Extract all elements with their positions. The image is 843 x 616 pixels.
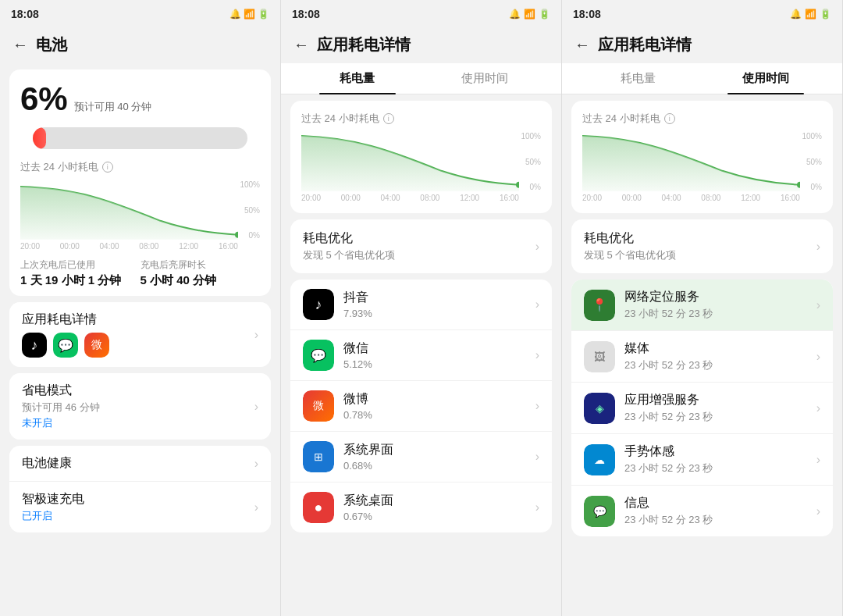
app-icon-launcher-2: ● xyxy=(303,492,334,523)
fast-charge-item[interactable]: 智极速充电 已开启 › xyxy=(9,481,271,532)
app-icon-location: 📍 xyxy=(584,290,615,321)
panel-battery: 18:08 🔔 📶 🔋 ← 电池 6% 预计可用 40 分钟 过去 24 小 xyxy=(0,0,281,616)
battery-bar xyxy=(33,127,247,149)
panel-app-power: 18:08 🔔 📶 🔋 ← 应用耗电详情 耗电量 使用时间 过去 24 小时耗电… xyxy=(281,0,562,616)
chart-x-labels-1: 20:00 00:00 04:00 08:00 12:00 16:00 xyxy=(20,242,238,251)
app-item-location[interactable]: 📍 网络定位服务 23 小时 52 分 23 秒 › xyxy=(571,280,833,330)
chevron-media: › xyxy=(816,350,820,364)
notification-icons-1: 🔔 📶 🔋 xyxy=(229,9,269,20)
app-item-message[interactable]: 💬 信息 23 小时 52 分 23 秒 › xyxy=(571,485,833,536)
info-icon-1[interactable]: i xyxy=(102,162,113,173)
status-time-1: 18:08 xyxy=(11,8,39,20)
battery-health-card: 电池健康 › 智极速充电 已开启 › xyxy=(9,446,271,532)
stat-screen-time: 充电后亮屏时长 5 小时 40 分钟 xyxy=(140,258,261,288)
app-name-sysui: 系统界面 xyxy=(343,442,535,458)
battery-stats: 上次充电后已使用 1 天 19 小时 1 分钟 充电后亮屏时长 5 小时 40 … xyxy=(20,258,260,288)
battery-health-item[interactable]: 电池健康 › xyxy=(9,446,271,481)
app-icons-preview: ♪ 💬 微 xyxy=(22,333,254,358)
chevron-launcher: › xyxy=(535,500,539,515)
power-save-title: 省电模式 xyxy=(22,383,254,399)
app-icon-weibo: 微 xyxy=(84,333,109,358)
chart-svg-1 xyxy=(20,180,238,240)
app-value-sysui: 0.68% xyxy=(343,460,535,472)
app-value-media: 23 小时 52 分 23 秒 xyxy=(624,358,816,372)
app-item-gesture[interactable]: ☁ 手势体感 23 小时 52 分 23 秒 › xyxy=(571,433,833,485)
app-name-enhance: 应用增强服务 xyxy=(624,392,816,408)
optim-sub-2: 发现 5 个省电优化项 xyxy=(303,248,535,262)
battery-health-title: 电池健康 xyxy=(22,455,254,472)
chevron-sysui: › xyxy=(535,450,539,464)
optim-title-3: 耗电优化 xyxy=(584,230,816,247)
optim-title-2: 耗电优化 xyxy=(303,230,535,247)
battery-percentage: 6% xyxy=(20,80,68,118)
stat-label-1: 上次充电后已使用 xyxy=(20,258,140,272)
app-item-launcher[interactable]: ● 系统桌面 0.67% › xyxy=(290,482,552,532)
app-name-message: 信息 xyxy=(624,495,816,511)
status-icons-1: 🔔 📶 🔋 xyxy=(229,9,269,20)
optim-card-3[interactable]: 耗电优化 发现 5 个省电优化项 › xyxy=(571,219,833,273)
chevron-icon-detail: › xyxy=(254,328,258,342)
app-item-weibo[interactable]: 微 微博 0.78% › xyxy=(290,380,552,431)
power-save-card: 省电模式 预计可用 46 分钟 未开启 › xyxy=(9,373,271,440)
app-icon-tiktok-2: ♪ xyxy=(303,289,334,320)
chevron-message: › xyxy=(816,504,820,518)
status-time-2: 18:08 xyxy=(292,8,320,20)
app-value-wechat: 5.12% xyxy=(343,358,535,370)
app-item-sysui[interactable]: ⊞ 系统界面 0.68% › xyxy=(290,431,552,482)
tab-usage-time-3[interactable]: 使用时间 xyxy=(702,63,831,94)
app-detail-item[interactable]: 应用耗电详情 ♪ 💬 微 › xyxy=(9,302,271,367)
app-icon-enhance: ◈ xyxy=(584,393,615,424)
chevron-icon-optim-2: › xyxy=(535,240,539,254)
power-save-item[interactable]: 省电模式 预计可用 46 分钟 未开启 › xyxy=(9,373,271,440)
back-button-1[interactable]: ← xyxy=(12,36,28,54)
page-header-3: ← 应用耗电详情 xyxy=(562,28,842,63)
status-icons-2: 🔔 📶 🔋 xyxy=(509,9,550,20)
chevron-wechat: › xyxy=(535,348,539,362)
optim-card-2[interactable]: 耗电优化 发现 5 个省电优化项 › xyxy=(290,219,552,273)
battery-estimate: 预计可用 40 分钟 xyxy=(74,100,152,114)
fast-charge-status: 已开启 xyxy=(22,509,254,523)
app-value-launcher: 0.67% xyxy=(343,511,535,522)
status-bar-2: 18:08 🔔 📶 🔋 xyxy=(281,0,561,28)
power-save-status: 未开启 xyxy=(22,416,254,430)
chart-title-1: 过去 24 小时耗电 i xyxy=(20,160,260,174)
tab-usage-time[interactable]: 使用时间 xyxy=(422,63,550,94)
app-item-wechat[interactable]: 💬 微信 5.12% › xyxy=(290,329,552,380)
back-button-2[interactable]: ← xyxy=(293,36,309,54)
app-icon-wechat: 💬 xyxy=(53,333,78,358)
optim-sub-3: 发现 5 个省电优化项 xyxy=(584,248,816,262)
app-value-gesture: 23 小时 52 分 23 秒 xyxy=(624,461,816,475)
app-item-media[interactable]: 🖼 媒体 23 小时 52 分 23 秒 › xyxy=(571,330,833,382)
tab-power-usage[interactable]: 耗电量 xyxy=(293,63,422,94)
app-name-wechat: 微信 xyxy=(343,340,535,357)
app-item-enhance[interactable]: ◈ 应用增强服务 23 小时 52 分 23 秒 › xyxy=(571,382,833,433)
chart-title-3: 过去 24 小时耗电 i xyxy=(582,112,822,126)
app-value-weibo: 0.78% xyxy=(343,409,535,421)
tab-power-usage-3[interactable]: 耗电量 xyxy=(574,63,702,94)
app-icon-message: 💬 xyxy=(584,496,615,527)
stat-value-2: 5 小时 40 分钟 xyxy=(140,273,261,288)
app-list-2: ♪ 抖音 7.93% › 💬 微信 5.12% › xyxy=(290,280,552,532)
fast-charge-title: 智极速充电 xyxy=(22,491,254,507)
app-item-tiktok[interactable]: ♪ 抖音 7.93% › xyxy=(290,280,552,329)
app-name-gesture: 手势体感 xyxy=(624,443,816,460)
chevron-location: › xyxy=(816,298,820,312)
app-value-message: 23 小时 52 分 23 秒 xyxy=(624,513,816,527)
app-icon-media: 🖼 xyxy=(584,341,615,372)
app-icon-weibo-2: 微 xyxy=(303,390,334,422)
info-icon-2[interactable]: i xyxy=(383,113,394,124)
app-name-media: 媒体 xyxy=(624,340,816,357)
info-icon-3[interactable]: i xyxy=(664,113,675,124)
status-bar-1: 18:08 🔔 📶 🔋 xyxy=(0,0,280,28)
back-button-3[interactable]: ← xyxy=(574,36,590,54)
chart-x-labels-3: 20:00 00:00 04:00 08:00 12:00 16:00 xyxy=(582,194,800,202)
panel-usage-time: 18:08 🔔 📶 🔋 ← 应用耗电详情 耗电量 使用时间 过去 24 小时耗电… xyxy=(562,0,843,616)
status-bar-3: 18:08 🔔 📶 🔋 xyxy=(562,0,842,28)
chevron-icon-fast-charge: › xyxy=(254,500,258,515)
battery-overview-card: 6% 预计可用 40 分钟 过去 24 小时耗电 i 100% 50% 0% xyxy=(9,69,271,296)
chevron-icon-optim-3: › xyxy=(816,240,820,254)
chart-title-2: 过去 24 小时耗电 i xyxy=(301,112,541,126)
chevron-weibo: › xyxy=(535,399,539,413)
battery-chart-2: 100% 50% 0% 20:00 xyxy=(301,132,541,202)
status-time-3: 18:08 xyxy=(573,8,601,20)
